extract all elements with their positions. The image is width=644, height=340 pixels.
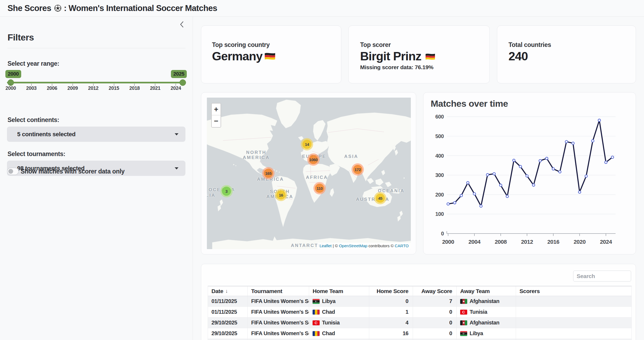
matches-line-chart: 0100200300400500600200020042008201220162… (423, 93, 636, 255)
toggle-knob (8, 169, 13, 174)
slider-min-badge: 2000 (5, 70, 21, 78)
cell-empty (309, 339, 369, 340)
svg-text:2004: 2004 (469, 239, 481, 245)
cell-date: 01/11/2025 (208, 296, 248, 306)
table-header-cell[interactable]: Tournament (248, 286, 309, 296)
continents-label: Select continents: (8, 116, 59, 124)
cluster-marker[interactable]: 3 (220, 185, 233, 197)
svg-text:200: 200 (435, 192, 444, 198)
slider-tick-label: 2024 (171, 86, 181, 91)
table-row: 29/10/2025FIFA Unites Women's SeriesTuni… (208, 317, 631, 328)
title-prefix: She Scores (8, 3, 51, 13)
cell-empty (516, 339, 631, 340)
chevron-down-icon (175, 167, 178, 169)
chevron-left-icon (180, 21, 184, 28)
chart-card: Matches over time 0100200300400500600200… (423, 92, 636, 254)
carto-link[interactable]: CARTO (395, 243, 409, 248)
table-header-cell[interactable]: Home Score (369, 286, 413, 296)
stat-value: Germany (212, 49, 276, 63)
svg-text:100: 100 (435, 211, 444, 217)
cell-away-score: 7 (413, 296, 457, 306)
Afghanistan-flag-icon (460, 299, 467, 304)
map-continent-label: ASIA (344, 154, 358, 159)
cell-scorers (516, 307, 631, 317)
Tunisia-flag-icon (313, 320, 320, 325)
cluster-marker[interactable]: 14 (301, 138, 313, 150)
cell-home-score: 1 (369, 307, 413, 317)
svg-text:2008: 2008 (495, 239, 507, 245)
cluster-marker[interactable]: 172 (352, 163, 364, 176)
slider-tick-label: 2021 (150, 86, 160, 91)
page-title: She Scores : Women's International Socce… (8, 3, 217, 13)
cell-tournament: FIFA Unites Women's Series (248, 328, 309, 339)
table-header-cell[interactable]: Away Score (413, 286, 457, 296)
sort-descending-icon: ↓ (225, 288, 228, 294)
stat-value: Birgit Prinz (360, 49, 436, 63)
sidebar-filters: Filters Select year range: 2000 2025 200… (0, 17, 193, 340)
stat-card-top-scorer: Top scorer Birgit Prinz Missing scorer d… (348, 25, 490, 83)
leaflet-link[interactable]: Leaflet (320, 243, 332, 248)
cluster-count: 45 (376, 194, 385, 203)
chevron-down-icon (175, 133, 178, 135)
world-map[interactable]: NORTHAMERICAEUROPEASIAAMERICAAFRICASOUTH… (207, 98, 411, 249)
table-header-cell[interactable]: Home Team (309, 286, 369, 296)
cell-away-score: 0 (413, 328, 457, 339)
germany-flag-icon (264, 49, 276, 63)
cluster-count: 165 (264, 169, 273, 178)
slider-tick-label: 2015 (109, 86, 119, 91)
slider-handle-max[interactable] (180, 79, 186, 86)
cell-away-score: 0 (413, 317, 457, 328)
cell-away-team: Afghanistan (457, 296, 516, 306)
tournaments-label: Select tournaments: (8, 150, 65, 158)
cluster-count: 3 (222, 187, 231, 196)
cluster-marker[interactable]: 110 (313, 182, 326, 194)
cell-tournament: FIFA Unites Women's Series (248, 317, 309, 328)
soccer-ball-icon (54, 5, 61, 12)
cell-away-team: Afghanistan (457, 317, 516, 328)
scorer-data-toggle[interactable] (7, 168, 19, 175)
cell-date: 29/10/2025 (208, 328, 248, 339)
svg-text:2000: 2000 (442, 239, 454, 245)
cluster-marker[interactable]: 165 (262, 167, 275, 179)
openstreetmap-link[interactable]: OpenStreetMap (339, 243, 367, 248)
continents-select[interactable]: 5 continents selected (7, 127, 185, 142)
cell-home-team: Libya (309, 296, 369, 306)
cluster-marker[interactable]: 45 (374, 192, 386, 204)
title-suffix: : Women's International Soccer Matches (64, 3, 217, 13)
stat-label: Total countries (508, 41, 551, 49)
svg-text:2020: 2020 (574, 239, 586, 245)
cell-date: 01/11/2025 (208, 307, 248, 317)
cell-scorers (516, 296, 631, 306)
filters-title: Filters (8, 32, 34, 43)
table-header-cell[interactable]: Scorers (516, 286, 631, 296)
slider-track[interactable] (7, 82, 186, 83)
Afghanistan-flag-icon (460, 320, 467, 325)
cluster-marker[interactable]: 16 (275, 189, 287, 201)
slider-tick-label: 2003 (26, 86, 36, 91)
table-header-cell[interactable]: Date↓ (208, 286, 248, 296)
cell-empty (457, 339, 516, 340)
zoom-in-button[interactable]: + (212, 104, 221, 115)
collapse-sidebar-button[interactable] (177, 20, 186, 28)
map-continent-label: LIA (207, 193, 215, 198)
cell-away-team: Libya (457, 328, 516, 339)
slider-tick-label: 2009 (67, 86, 78, 91)
cluster-count: 16 (276, 190, 286, 199)
search-input[interactable] (573, 271, 631, 282)
cluster-marker[interactable]: 1060 (307, 153, 320, 166)
cell-empty (248, 339, 309, 340)
cell-tournament: FIFA Unites Women's Series (248, 307, 309, 317)
table-header-cell[interactable]: Away Team (457, 286, 516, 296)
cell-home-score: 0 (369, 296, 413, 306)
map-continent-label: AMERICA (243, 155, 270, 160)
scorer-toggle-label: Show matches with scorer data only (21, 168, 125, 175)
zoom-out-button[interactable]: − (212, 115, 221, 127)
germany-flag-icon (425, 49, 436, 63)
cell-away-team: Tunisia (457, 307, 516, 317)
matches-table: Date↓TournamentHome TeamHome ScoreAway S… (208, 286, 632, 340)
map-card: NORTHAMERICAEUROPEASIAAMERICAAFRICASOUTH… (201, 92, 416, 254)
cell-scorers (516, 317, 631, 328)
cell-empty (413, 339, 457, 340)
stat-card-top-country: Top scoring country Germany (201, 25, 341, 83)
divider (8, 48, 185, 48)
